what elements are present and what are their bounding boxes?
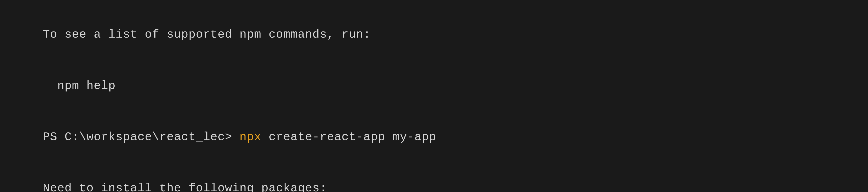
line1-text: To see a list of supported npm commands,…	[43, 28, 371, 41]
terminal-line-3: PS C:\workspace\react_lec> npx create-re…	[13, 111, 855, 163]
terminal-line-1: To see a list of supported npm commands,…	[13, 9, 855, 60]
terminal-window: To see a list of supported npm commands,…	[0, 0, 868, 192]
line3-command: create-react-app my-app	[261, 130, 436, 144]
terminal-line-4: Need to install the following packages:	[13, 163, 855, 192]
line3-prompt: PS C:\workspace\react_lec>	[43, 130, 240, 144]
line4-text: Need to install the following packages:	[43, 182, 327, 192]
line3-npx: npx	[240, 130, 261, 144]
line2-text: npm help	[43, 79, 116, 92]
terminal-line-2: npm help	[13, 60, 855, 111]
